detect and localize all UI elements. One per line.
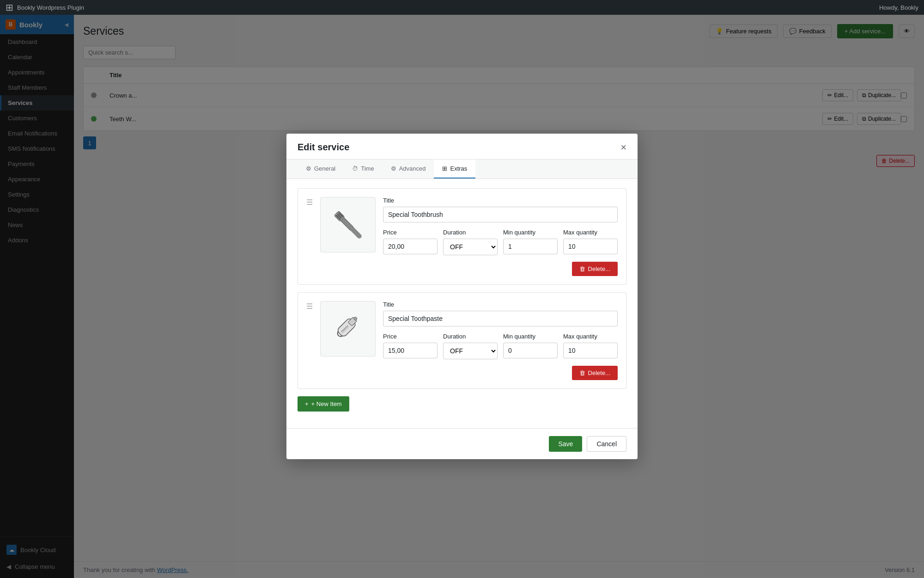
delete-row-2: 🗑 Delete... <box>383 359 618 380</box>
extra-item-2: ☰ Title <box>298 292 626 389</box>
extra-item-image-1 <box>320 197 376 252</box>
min-qty-group-2: Min quantity <box>503 333 558 359</box>
price-input-1[interactable] <box>383 239 438 254</box>
duration-select-1[interactable]: OFF 5 min 10 min 15 min 30 min <box>443 239 498 255</box>
min-qty-label-2: Min quantity <box>503 333 558 340</box>
extra-row-2: Price Duration OFF 5 min 10 min 15 min 3… <box>383 333 618 359</box>
duration-select-2[interactable]: OFF 5 min 10 min 15 min 30 min <box>443 343 498 359</box>
grid-icon: ⊞ <box>442 165 447 172</box>
duration-label-2: Duration <box>443 333 498 340</box>
modal-body: ☰ Title <box>286 179 638 428</box>
title-input-1[interactable] <box>383 207 618 222</box>
price-label-1: Price <box>383 229 438 236</box>
max-qty-label-2: Max quantity <box>563 333 618 340</box>
price-group-1: Price <box>383 229 438 255</box>
title-label-1: Title <box>383 197 618 204</box>
delete-extra-1-button[interactable]: 🗑 Delete... <box>572 262 618 276</box>
extra-item-image-2 <box>320 301 376 357</box>
extra-item-1: ☰ Title <box>298 188 626 285</box>
tab-advanced[interactable]: ⚙ Advanced <box>383 160 434 178</box>
min-qty-label-1: Min quantity <box>503 229 558 236</box>
clock-icon: ⏱ <box>352 165 358 172</box>
new-item-button[interactable]: + + New Item <box>298 396 349 412</box>
edit-service-modal: Edit service × ⚙ General ⏱ Time ⚙ Advanc… <box>286 134 638 459</box>
drag-handle-icon[interactable]: ☰ <box>306 301 313 311</box>
title-input-2[interactable] <box>383 311 618 326</box>
modal-tabs: ⚙ General ⏱ Time ⚙ Advanced ⊞ Extras <box>286 160 638 179</box>
modal-overlay[interactable]: Edit service × ⚙ General ⏱ Time ⚙ Advanc… <box>0 15 924 578</box>
plus-icon: + <box>305 400 309 407</box>
cancel-button[interactable]: Cancel <box>587 436 626 452</box>
modal-header: Edit service × <box>286 134 638 160</box>
drag-handle-icon[interactable]: ☰ <box>306 197 313 207</box>
min-qty-input-1[interactable] <box>503 239 558 254</box>
tab-extras[interactable]: ⊞ Extras <box>434 160 475 178</box>
max-qty-input-2[interactable] <box>563 343 618 358</box>
gear2-icon: ⚙ <box>391 165 396 172</box>
modal-footer: Save Cancel <box>286 428 638 459</box>
tab-time[interactable]: ⏱ Time <box>344 160 382 178</box>
admin-bar: ⊞ Bookly Wordpress Plugin Howdy, Bookly <box>0 0 924 15</box>
admin-bar-howdy: Howdy, Bookly <box>879 4 918 11</box>
trash-icon: 🗑 <box>579 369 585 376</box>
max-qty-group-2: Max quantity <box>563 333 618 359</box>
min-qty-input-2[interactable] <box>503 343 558 358</box>
duration-label-1: Duration <box>443 229 498 236</box>
title-label-2: Title <box>383 301 618 308</box>
delete-extra-2-button[interactable]: 🗑 Delete... <box>572 366 618 380</box>
modal-title: Edit service <box>298 142 349 153</box>
modal-close-button[interactable]: × <box>620 142 626 153</box>
wp-logo-icon: ⊞ <box>6 2 13 13</box>
price-input-2[interactable] <box>383 343 438 358</box>
toothbrush-icon <box>322 198 374 251</box>
toothpaste-icon <box>322 302 374 355</box>
price-group-2: Price <box>383 333 438 359</box>
gear-icon: ⚙ <box>306 165 311 172</box>
extra-fields-2: Title Price Duration OFF 5 min 10 <box>383 301 618 380</box>
max-qty-label-1: Max quantity <box>563 229 618 236</box>
max-qty-input-1[interactable] <box>563 239 618 254</box>
admin-bar-site-name: Bookly Wordpress Plugin <box>17 4 84 11</box>
extra-fields-1: Title Price Duration OFF 5 min 10 <box>383 197 618 276</box>
tab-general[interactable]: ⚙ General <box>298 160 344 178</box>
duration-group-2: Duration OFF 5 min 10 min 15 min 30 min <box>443 333 498 359</box>
delete-row-1: 🗑 Delete... <box>383 255 618 276</box>
extra-row-1: Price Duration OFF 5 min 10 min 15 min 3… <box>383 229 618 255</box>
max-qty-group-1: Max quantity <box>563 229 618 255</box>
trash-icon: 🗑 <box>579 265 585 272</box>
save-button[interactable]: Save <box>549 436 582 452</box>
min-qty-group-1: Min quantity <box>503 229 558 255</box>
duration-group-1: Duration OFF 5 min 10 min 15 min 30 min <box>443 229 498 255</box>
svg-line-5 <box>353 230 359 236</box>
price-label-2: Price <box>383 333 438 340</box>
